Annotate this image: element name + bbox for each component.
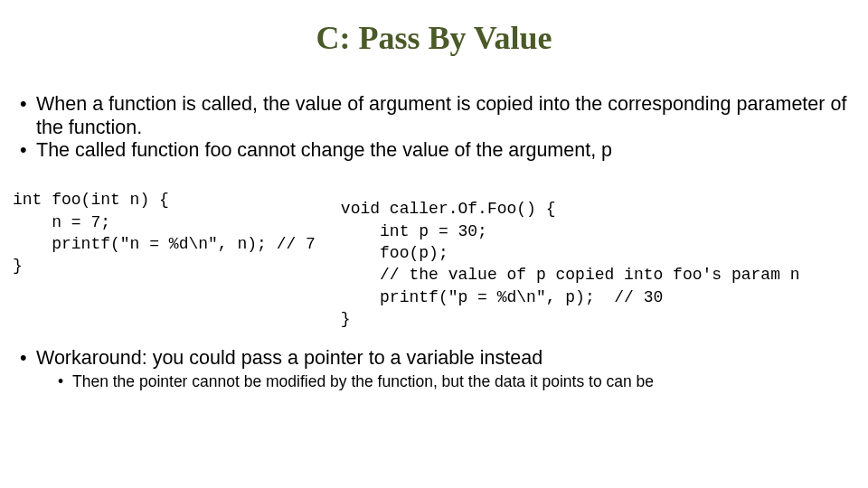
- bullet-text: Workaround: you could pass a pointer to …: [36, 347, 542, 369]
- code-block-left: int foo(int n) { n = 7; printf("n = %d\n…: [13, 189, 316, 277]
- code-block-right: void caller.Of.Foo() { int p = 30; foo(p…: [316, 189, 800, 330]
- bullet-item: Workaround: you could pass a pointer to …: [20, 346, 855, 392]
- sub-bullet-list: Then the pointer cannot be modified by t…: [36, 372, 855, 392]
- bullet-item: The called function foo cannot change th…: [20, 139, 855, 162]
- slide: C: Pass By Value When a function is call…: [0, 0, 868, 488]
- code-row: int foo(int n) { n = 7; printf("n = %d\n…: [13, 189, 855, 330]
- bullet-list-top: When a function is called, the value of …: [13, 93, 855, 162]
- bullet-list-bottom: Workaround: you could pass a pointer to …: [13, 346, 855, 392]
- slide-title: C: Pass By Value: [13, 20, 855, 57]
- bullet-item: When a function is called, the value of …: [20, 93, 855, 139]
- sub-bullet-item: Then the pointer cannot be modified by t…: [58, 372, 855, 392]
